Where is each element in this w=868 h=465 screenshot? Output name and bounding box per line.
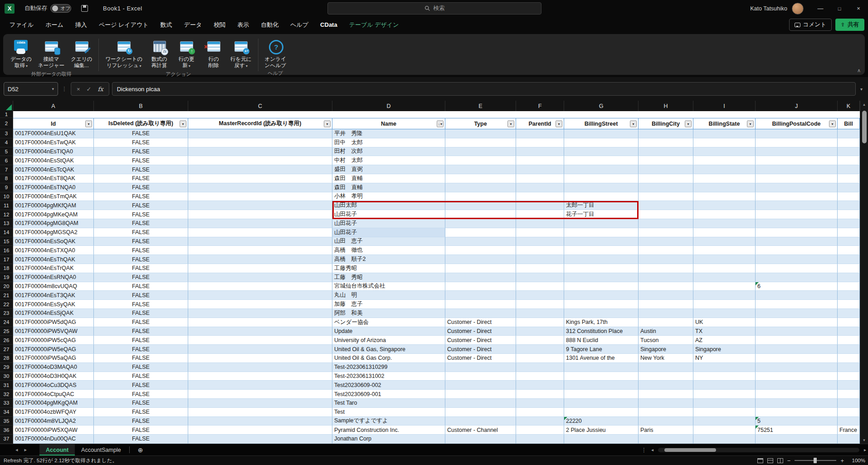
ribbon-tab[interactable]: 表示 [231, 17, 255, 33]
cell[interactable]: 0017F00000iPW5aQAG [13, 354, 94, 363]
cell[interactable]: FALSE [94, 291, 188, 300]
cell[interactable]: FALSE [94, 417, 188, 426]
column-letter[interactable]: K [838, 101, 860, 111]
cell[interactable] [639, 156, 693, 165]
cell[interactable]: FALSE [94, 318, 188, 327]
cell[interactable]: FALSE [94, 165, 188, 174]
cell[interactable] [693, 129, 756, 138]
cell[interactable] [188, 363, 332, 372]
row-number[interactable]: 35 [0, 417, 13, 426]
cell[interactable]: FALSE [94, 408, 188, 417]
cell[interactable] [756, 381, 838, 390]
cell[interactable] [838, 273, 860, 282]
zoom-in-button[interactable]: + [840, 457, 844, 464]
cell[interactable] [516, 363, 564, 372]
cell[interactable]: Tucson [639, 336, 693, 345]
ribbon-button[interactable]: ワークシートのリフレッシュ▾ [102, 38, 145, 69]
cell[interactable] [445, 192, 516, 201]
cell[interactable]: Sampleですよですよ [332, 417, 445, 426]
cell[interactable] [188, 417, 332, 426]
cell[interactable] [756, 435, 838, 444]
cell[interactable]: 0017F00004nEsThQAK [13, 255, 94, 264]
cell[interactable] [639, 408, 693, 417]
row-number[interactable]: 6 [0, 156, 13, 165]
cell[interactable] [693, 291, 756, 300]
ribbon-button[interactable]: 数式の再計算 [146, 38, 172, 69]
cell[interactable]: 22220 [564, 417, 639, 426]
cell[interactable] [445, 156, 516, 165]
cell[interactable]: 0017F00004pgMKgQAM [13, 399, 94, 408]
cell[interactable] [564, 165, 639, 174]
cell[interactable] [564, 255, 639, 264]
column-letter[interactable]: E [445, 101, 516, 111]
cell[interactable]: 2 Place Jussieu [564, 426, 639, 435]
cell[interactable] [838, 156, 860, 165]
cell[interactable]: 0017F00004nEsSyQAK [13, 300, 94, 309]
cell[interactable] [445, 138, 516, 147]
cell[interactable] [756, 354, 838, 363]
sheet-next-icon[interactable]: ▸ [24, 447, 27, 453]
cell[interactable]: Test20230609-001 [332, 390, 445, 399]
cell[interactable]: FALSE [94, 345, 188, 354]
cell[interactable]: 0017F00004nEsTNQA0 [13, 183, 94, 192]
formula-bar-handle-icon[interactable]: ⋮ [61, 86, 68, 92]
cell[interactable]: Customer - Direct [445, 336, 516, 345]
cell[interactable] [693, 210, 756, 219]
row-number[interactable]: 37 [0, 435, 13, 444]
cell[interactable] [756, 192, 838, 201]
cell[interactable] [838, 300, 860, 309]
row-number[interactable]: 36 [0, 426, 13, 435]
row-number[interactable]: 14 [0, 228, 13, 237]
cell[interactable] [516, 246, 564, 255]
cell[interactable]: FALSE [94, 372, 188, 381]
cell[interactable] [756, 237, 838, 246]
cell[interactable] [838, 327, 860, 336]
cell[interactable] [188, 390, 332, 399]
cell[interactable] [564, 264, 639, 273]
cell[interactable] [756, 372, 838, 381]
cell[interactable]: FALSE [94, 354, 188, 363]
cell[interactable]: FALSE [94, 192, 188, 201]
cell[interactable]: 0017F00004pgMKfQAM [13, 201, 94, 210]
cell[interactable] [838, 147, 860, 157]
ribbon-button[interactable]: 行の更新▾ [173, 38, 200, 69]
cell[interactable]: Customer - Channel [445, 426, 516, 435]
ribbon-button[interactable]: 行の削除 [200, 38, 227, 69]
cell[interactable] [188, 354, 332, 363]
cell[interactable] [756, 156, 838, 165]
horizontal-scrollbar[interactable] [658, 448, 859, 452]
cell[interactable] [516, 183, 564, 192]
cell[interactable]: FALSE [94, 129, 188, 138]
cell[interactable] [756, 246, 838, 255]
cell[interactable]: FALSE [94, 309, 188, 318]
cell[interactable] [693, 399, 756, 408]
cell[interactable] [693, 435, 756, 444]
cell[interactable]: FALSE [94, 138, 188, 147]
cell[interactable]: Test-202306131002 [332, 372, 445, 381]
cell[interactable] [445, 372, 516, 381]
cell[interactable] [564, 282, 639, 291]
cell[interactable]: 0017F00004nEsTIQA0 [13, 147, 94, 157]
cell[interactable]: 9 Tagore Lane [564, 345, 639, 354]
cell[interactable]: 0017F00004nEsRNQA0 [13, 273, 94, 282]
enter-icon[interactable]: ✓ [87, 86, 92, 93]
cell[interactable]: 0017F00004nEsSjQAK [13, 309, 94, 318]
cell[interactable] [188, 255, 332, 264]
cell[interactable] [516, 309, 564, 318]
cell[interactable] [188, 336, 332, 345]
row-number[interactable]: 28 [0, 354, 13, 363]
filter-button[interactable]: ▾ [630, 120, 637, 127]
cell[interactable] [693, 174, 756, 183]
cell[interactable] [693, 309, 756, 318]
row-number[interactable]: 18 [0, 264, 13, 273]
cell[interactable]: Austin [639, 327, 693, 336]
cell[interactable] [188, 156, 332, 165]
add-sheet-button[interactable]: ⊕ [138, 446, 143, 454]
cell[interactable] [445, 273, 516, 282]
cell[interactable] [639, 435, 693, 444]
cell[interactable]: Jonathan Corp [332, 435, 445, 444]
column-header-cell[interactable]: BillingCity▾ [639, 118, 693, 129]
cell[interactable] [756, 363, 838, 372]
cell[interactable] [188, 210, 332, 219]
cell[interactable] [693, 426, 756, 435]
